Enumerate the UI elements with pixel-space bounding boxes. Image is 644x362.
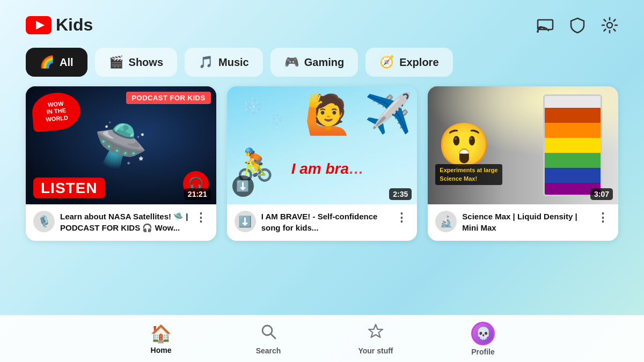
video-info-3: 🔬 Science Max | Liquid Density | Mini Ma… — [428, 204, 618, 241]
settings-icon[interactable] — [601, 17, 618, 34]
more-options-2[interactable]: ⋮ — [393, 211, 409, 225]
video-title-1: Learn about NASA Satellites! 🛸 | PODCAST… — [60, 211, 188, 233]
home-icon: 🏠 — [150, 323, 172, 344]
video-card-1[interactable]: WOWIN THEWORLD PODCAST FOR KIDS 🛸 LISTEN… — [26, 86, 216, 241]
download-badge: ⬇️ — [232, 175, 254, 197]
search-icon — [260, 323, 277, 344]
category-bar: 🌈 All 🎬 Shows 🎵 Music 🎮 Gaming 🧭 Explore — [0, 43, 644, 86]
nav-your-stuff-label: Your stuff — [358, 346, 393, 355]
tab-gaming-label: Gaming — [304, 56, 344, 69]
tab-explore[interactable]: 🧭 Explore — [365, 48, 452, 77]
nav-home[interactable]: 🏠 Home — [107, 323, 215, 354]
snowflake-1: ❄️ — [243, 97, 263, 116]
star-icon — [367, 323, 384, 344]
thumbnail-1: WOWIN THEWORLD PODCAST FOR KIDS 🛸 LISTEN… — [26, 86, 216, 204]
svg-point-3 — [537, 31, 539, 33]
svg-marker-7 — [369, 324, 383, 337]
nav-profile[interactable]: 💀 Profile — [429, 322, 537, 356]
all-icon: 🌈 — [40, 55, 54, 69]
channel-avatar-2: ⬇️ — [235, 211, 256, 232]
more-options-1[interactable]: ⋮ — [193, 211, 209, 225]
tab-gaming[interactable]: 🎮 Gaming — [270, 48, 358, 77]
person-icon: 😲 — [437, 86, 491, 204]
tab-shows-label: Shows — [129, 56, 163, 69]
tab-shows[interactable]: 🎬 Shows — [95, 48, 177, 77]
svg-point-4 — [607, 23, 612, 28]
nav-search[interactable]: Search — [215, 323, 322, 355]
svg-line-6 — [271, 334, 275, 338]
tab-all-label: All — [60, 56, 74, 69]
tab-music-label: Music — [218, 56, 249, 69]
duration-badge-3: 3:07 — [590, 188, 613, 200]
duration-badge-1: 21:21 — [184, 188, 211, 200]
logo-kids-label: Kids — [56, 15, 93, 35]
science-badge: Experiments at largeScience Max! — [435, 164, 502, 185]
nav-home-label: Home — [151, 346, 172, 354]
satellite-icon: 🛸 — [94, 120, 148, 171]
duration-badge-2: 2:35 — [389, 188, 412, 200]
video-grid: WOWIN THEWORLD PODCAST FOR KIDS 🛸 LISTEN… — [0, 86, 644, 241]
listen-badge: LISTEN — [33, 178, 105, 198]
more-options-3[interactable]: ⋮ — [595, 211, 611, 225]
header-icons — [537, 17, 618, 34]
profile-avatar: 💀 — [471, 322, 495, 345]
snowflake-2: ❄️ — [270, 113, 283, 126]
video-card-2[interactable]: ❄️ ❄️ ✈️ 🙋 🚴 I am bra… ⬇️ 2:35 ⬇️ I AM B… — [227, 86, 418, 241]
nav-your-stuff[interactable]: Your stuff — [322, 323, 429, 355]
cast-icon[interactable] — [537, 17, 554, 34]
channel-avatar-1: 🎙️ — [33, 211, 55, 232]
music-icon: 🎵 — [199, 55, 213, 69]
podcast-overlay: PODCAST FOR KIDS — [126, 92, 210, 104]
bottom-nav: 🏠 Home Search Your stuff 💀 Profile — [0, 315, 644, 362]
logo: Kids — [26, 15, 93, 35]
woman-icon: 🙋 — [304, 92, 353, 137]
video-info-1: 🎙️ Learn about NASA Satellites! 🛸 | PODC… — [26, 204, 216, 241]
brave-text: I am bra… — [291, 160, 364, 178]
thumbnail-2: ❄️ ❄️ ✈️ 🙋 🚴 I am bra… ⬇️ 2:35 — [227, 86, 418, 204]
channel-avatar-3: 🔬 — [435, 211, 457, 232]
explore-icon: 🧭 — [379, 55, 394, 69]
nav-profile-label: Profile — [471, 348, 495, 356]
video-title-3: Science Max | Liquid Density | Mini Max — [462, 211, 590, 233]
video-card-3[interactable]: 😲 Experiments at largeScience Max! 3:07 … — [428, 86, 618, 241]
listen-badge-container: LISTEN — [33, 180, 105, 197]
thumbnail-3: 😲 Experiments at largeScience Max! 3:07 — [428, 86, 618, 204]
nav-search-label: Search — [256, 346, 281, 355]
plane-icon: ✈️ — [364, 91, 413, 136]
shows-icon: 🎬 — [109, 55, 123, 69]
tab-all[interactable]: 🌈 All — [26, 48, 87, 77]
gaming-icon: 🎮 — [284, 55, 299, 69]
youtube-logo-icon — [26, 16, 52, 34]
shield-icon[interactable] — [569, 17, 586, 34]
tab-music[interactable]: 🎵 Music — [185, 48, 263, 77]
video-title-2: I AM BRAVE! - Self-confidence song for k… — [261, 211, 390, 233]
tab-explore-label: Explore — [399, 56, 438, 69]
header: Kids — [0, 0, 644, 43]
video-info-2: ⬇️ I AM BRAVE! - Self-confidence song fo… — [227, 204, 418, 241]
